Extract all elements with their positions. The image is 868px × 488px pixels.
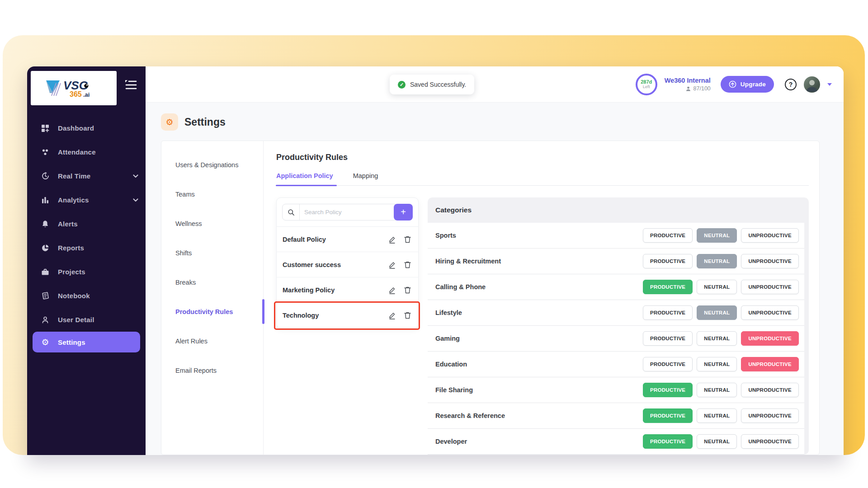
- sidebar-item-projects[interactable]: Projects: [27, 260, 146, 284]
- tab-mapping[interactable]: Mapping: [353, 172, 378, 185]
- settings-nav-item-breaks[interactable]: Breaks: [161, 267, 263, 297]
- category-lifestyle-unproductive-button[interactable]: UNPRODUCTIVE: [741, 305, 799, 320]
- sidebar-collapse-icon[interactable]: [124, 79, 137, 91]
- policy-row-default-policy[interactable]: Default Policy: [277, 227, 418, 252]
- sidebar-item-label: Analytics: [58, 196, 89, 204]
- policy-row-technology[interactable]: Technology: [277, 303, 418, 328]
- category-developer-neutral-button[interactable]: NEUTRAL: [697, 434, 737, 449]
- edit-policy-icon[interactable]: [388, 261, 396, 269]
- settings-nav-item-productivity-rules[interactable]: Productivity Rules: [161, 297, 263, 326]
- category-state-buttons: PRODUCTIVENEUTRALUNPRODUCTIVE: [643, 434, 799, 449]
- toast-saved: ✓ Saved Successfully.: [390, 75, 474, 94]
- category-education-productive-button[interactable]: PRODUCTIVE: [643, 357, 693, 371]
- settings-nav-item-teams[interactable]: Teams: [161, 179, 263, 209]
- category-developer-unproductive-button[interactable]: UNPRODUCTIVE: [741, 434, 799, 449]
- add-policy-button[interactable]: +: [394, 204, 413, 221]
- category-state-buttons: PRODUCTIVENEUTRALUNPRODUCTIVE: [643, 408, 799, 423]
- category-sports-unproductive-button[interactable]: UNPRODUCTIVE: [741, 228, 799, 243]
- analytics-icon: [41, 196, 50, 205]
- categories-list: SportsPRODUCTIVENEUTRALUNPRODUCTIVEHirin…: [428, 223, 804, 455]
- category-file-sharing-productive-button[interactable]: PRODUCTIVE: [643, 383, 693, 397]
- sidebar-item-real-time[interactable]: Real Time: [27, 164, 146, 188]
- sidebar-item-attendance[interactable]: Attendance: [27, 140, 146, 164]
- category-name: Hiring & Recruitment: [435, 258, 501, 265]
- policy-name: Customer success: [283, 261, 341, 268]
- delete-policy-icon[interactable]: [404, 261, 412, 269]
- settings-nav-item-wellness[interactable]: Wellness: [161, 209, 263, 238]
- category-hiring-and-recruitment-neutral-button[interactable]: NEUTRAL: [697, 254, 737, 268]
- category-sports-productive-button[interactable]: PRODUCTIVE: [643, 228, 693, 243]
- category-name: Lifestyle: [435, 309, 462, 316]
- sidebar: VSG 365 .ai DashboardAttendanceReal Time…: [27, 66, 146, 455]
- settings-nav-item-users-and-designations[interactable]: Users & Designations: [161, 150, 263, 179]
- sidebar-item-dashboard[interactable]: Dashboard: [27, 116, 146, 140]
- svg-text:.ai: .ai: [83, 91, 90, 98]
- sidebar-item-label: Projects: [58, 268, 85, 276]
- category-file-sharing-unproductive-button[interactable]: UNPRODUCTIVE: [741, 383, 799, 397]
- policy-row-customer-success[interactable]: Customer success: [277, 252, 418, 277]
- category-name: File Sharing: [435, 386, 473, 394]
- category-sports-neutral-button[interactable]: NEUTRAL: [697, 228, 737, 243]
- policy-actions: [388, 235, 412, 244]
- edit-policy-icon[interactable]: [388, 311, 396, 319]
- edit-policy-icon[interactable]: [388, 286, 396, 294]
- category-name: Gaming: [435, 335, 460, 342]
- category-state-buttons: PRODUCTIVENEUTRALUNPRODUCTIVE: [643, 331, 799, 346]
- topbar: ✓ Saved Successfully. 287d Left We360 In…: [146, 66, 844, 103]
- category-gaming-neutral-button[interactable]: NEUTRAL: [697, 331, 737, 346]
- category-education-neutral-button[interactable]: NEUTRAL: [697, 357, 737, 371]
- settings-nav-item-alert-rules[interactable]: Alert Rules: [161, 326, 263, 356]
- category-calling-and-phone-neutral-button[interactable]: NEUTRAL: [697, 280, 737, 294]
- delete-policy-icon[interactable]: [404, 311, 412, 319]
- category-calling-and-phone-productive-button[interactable]: PRODUCTIVE: [643, 280, 693, 294]
- category-row-hiring-and-recruitment: Hiring & RecruitmentPRODUCTIVENEUTRALUNP…: [428, 249, 804, 274]
- sidebar-item-reports[interactable]: Reports: [27, 236, 146, 260]
- edit-policy-icon[interactable]: [388, 235, 396, 244]
- category-row-file-sharing: File SharingPRODUCTIVENEUTRALUNPRODUCTIV…: [428, 377, 804, 403]
- sidebar-item-label: Alerts: [58, 220, 78, 228]
- category-education-unproductive-button[interactable]: UNPRODUCTIVE: [741, 357, 799, 371]
- org-users-value: 87/100: [693, 85, 711, 92]
- category-name: Calling & Phone: [435, 283, 486, 291]
- sidebar-item-alerts[interactable]: Alerts: [27, 212, 146, 236]
- sidebar-item-label: Settings: [58, 338, 85, 346]
- settings-content: Productivity Rules Application PolicyMap…: [264, 141, 819, 455]
- category-file-sharing-neutral-button[interactable]: NEUTRAL: [697, 383, 737, 397]
- sidebar-item-notebook[interactable]: Notebook: [27, 284, 146, 308]
- category-lifestyle-productive-button[interactable]: PRODUCTIVE: [643, 305, 693, 320]
- sidebar-item-settings[interactable]: ⚙Settings: [33, 332, 140, 352]
- category-lifestyle-neutral-button[interactable]: NEUTRAL: [697, 305, 737, 320]
- pie-icon: [41, 244, 50, 253]
- settings-nav-item-shifts[interactable]: Shifts: [161, 238, 263, 267]
- category-row-calling-and-phone: Calling & PhonePRODUCTIVENEUTRALUNPRODUC…: [428, 274, 804, 300]
- sidebar-item-user-detail[interactable]: User Detail: [27, 308, 146, 332]
- category-calling-and-phone-unproductive-button[interactable]: UNPRODUCTIVE: [741, 280, 799, 294]
- chevron-down-icon[interactable]: [827, 83, 832, 86]
- sidebar-item-label: Notebook: [58, 292, 90, 300]
- help-icon[interactable]: ?: [785, 79, 797, 90]
- bell-icon: [41, 220, 50, 229]
- policy-actions: [388, 311, 412, 319]
- delete-policy-icon[interactable]: [404, 286, 412, 294]
- dashboard-icon: [41, 124, 50, 133]
- search-policy-input[interactable]: [300, 209, 395, 216]
- policy-row-marketing-policy[interactable]: Marketing Policy: [277, 277, 418, 303]
- category-hiring-and-recruitment-unproductive-button[interactable]: UNPRODUCTIVE: [741, 254, 799, 268]
- category-research-and-reference-productive-button[interactable]: PRODUCTIVE: [643, 408, 693, 423]
- upgrade-button[interactable]: Upgrade: [721, 76, 774, 93]
- category-gaming-productive-button[interactable]: PRODUCTIVE: [643, 331, 693, 346]
- settings-nav-item-email-reports[interactable]: Email Reports: [161, 356, 263, 385]
- delete-policy-icon[interactable]: [404, 235, 412, 244]
- category-row-gaming: GamingPRODUCTIVENEUTRALUNPRODUCTIVE: [428, 326, 804, 352]
- category-research-and-reference-neutral-button[interactable]: NEUTRAL: [697, 408, 737, 423]
- categories-panel: Categories SportsPRODUCTIVENEUTRALUNPROD…: [428, 197, 809, 455]
- category-hiring-and-recruitment-productive-button[interactable]: PRODUCTIVE: [643, 254, 693, 268]
- category-developer-productive-button[interactable]: PRODUCTIVE: [643, 434, 693, 449]
- categories-header-label: Categories: [435, 206, 472, 214]
- category-name: Research & Reference: [435, 412, 505, 419]
- category-research-and-reference-unproductive-button[interactable]: UNPRODUCTIVE: [741, 408, 799, 423]
- tab-application-policy[interactable]: Application Policy: [276, 172, 333, 185]
- category-gaming-unproductive-button[interactable]: UNPRODUCTIVE: [741, 331, 799, 346]
- sidebar-item-analytics[interactable]: Analytics: [27, 188, 146, 212]
- avatar[interactable]: [804, 76, 820, 93]
